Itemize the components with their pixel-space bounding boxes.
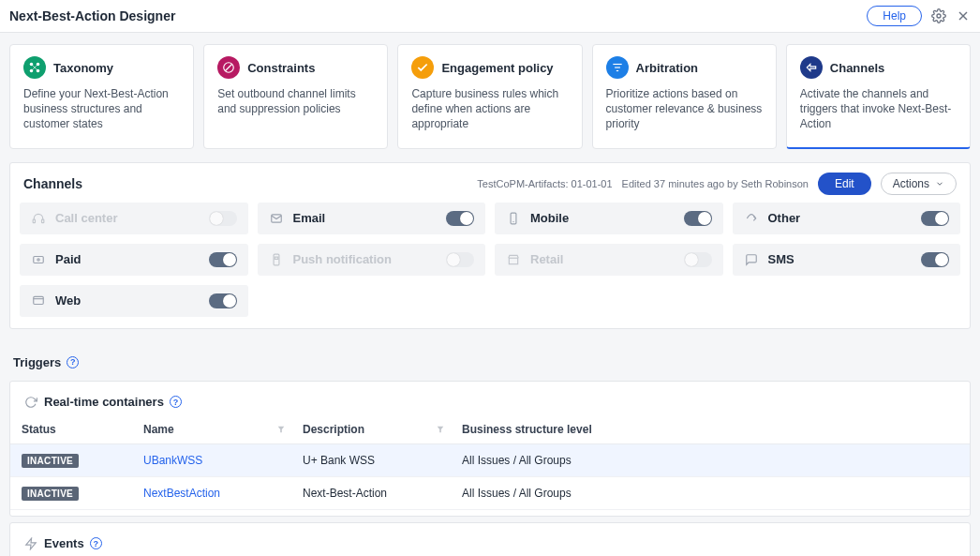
channel-label: Push notification — [293, 252, 392, 266]
help-button[interactable]: Help — [867, 6, 922, 26]
channel-toggle[interactable] — [684, 252, 712, 267]
help-icon[interactable]: ? — [170, 396, 182, 408]
channel-paid: Paid — [20, 244, 248, 276]
paid-icon — [31, 252, 46, 267]
row-desc: Next-Best-Action — [291, 476, 451, 509]
svg-rect-22 — [509, 258, 517, 263]
channel-toggle[interactable] — [446, 211, 474, 226]
svg-marker-27 — [26, 538, 37, 549]
events-panel: Events ? Status Name Description Busines… — [9, 522, 971, 556]
svg-marker-25 — [278, 426, 285, 432]
tab-engagement[interactable]: Engagement policyCapture business rules … — [397, 44, 582, 149]
events-heading: Events ? — [10, 523, 970, 556]
col-name[interactable]: Name — [132, 415, 291, 444]
push-icon — [269, 252, 284, 267]
channels-meta: TestCoPM-Artifacts: 01-01-01 Edited 37 m… — [477, 173, 957, 195]
table-row[interactable]: INACTIVE UBankWSS U+ Bank WSS All Issues… — [10, 443, 970, 476]
tab-arbitration[interactable]: ArbitrationPrioritize actions based on c… — [592, 44, 777, 149]
real-time-containers-panel: Real-time containers ? Status Name Descr… — [9, 381, 971, 517]
channel-web: Web — [20, 285, 248, 317]
row-level: All Issues / All Groups — [451, 476, 970, 509]
web-icon — [31, 293, 46, 308]
channel-label: Email — [293, 211, 326, 225]
channel-toggle[interactable] — [921, 211, 949, 226]
channel-label: SMS — [768, 252, 794, 266]
channel-label: Retail — [530, 252, 563, 266]
bolt-icon — [23, 536, 38, 551]
svg-rect-23 — [34, 296, 44, 304]
help-icon[interactable]: ? — [90, 537, 102, 549]
channel-grid: Call centerEmailMobileOtherPaidPush noti… — [10, 203, 970, 328]
containers-table: Status Name Description Business structu… — [10, 415, 970, 510]
mobile-icon — [506, 211, 521, 226]
channel-sms: SMS — [733, 244, 961, 276]
taxonomy-icon — [23, 56, 46, 79]
triggers-heading: Triggers ? — [9, 342, 971, 375]
channel-label: Other — [768, 211, 801, 225]
mail-icon — [269, 211, 284, 226]
tab-title: Constraints — [247, 61, 315, 75]
close-icon[interactable] — [956, 8, 971, 23]
channel-label: Call center — [55, 211, 117, 225]
svg-line-10 — [226, 65, 232, 71]
artifact-label: TestCoPM-Artifacts: 01-01-01 — [477, 178, 612, 189]
svg-rect-14 — [33, 219, 35, 223]
svg-point-0 — [937, 14, 941, 18]
channel-call-center: Call center — [20, 203, 248, 234]
headset-icon — [31, 211, 46, 226]
tab-description: Capture business rules which define when… — [411, 86, 568, 132]
filter-icon[interactable] — [276, 424, 286, 437]
row-level: All Issues / All Groups — [451, 443, 970, 476]
help-icon[interactable]: ? — [67, 356, 79, 368]
edit-button[interactable]: Edit — [818, 173, 871, 195]
arbitration-icon — [606, 56, 629, 79]
channel-toggle[interactable] — [446, 252, 474, 267]
row-name-link[interactable]: UBankWSS — [143, 454, 202, 467]
channel-toggle[interactable] — [921, 252, 949, 267]
channel-label: Mobile — [530, 211, 569, 225]
refresh-icon — [23, 395, 38, 410]
engagement-icon — [411, 56, 434, 79]
col-description[interactable]: Description — [291, 415, 451, 444]
gear-icon[interactable] — [931, 8, 946, 23]
top-bar: Next-Best-Action Designer Help — [0, 0, 980, 33]
svg-rect-19 — [34, 256, 44, 263]
tab-description: Activate the channels and triggers that … — [800, 86, 957, 132]
tab-description: Define your Next-Best-Action business st… — [23, 86, 180, 132]
channel-mobile: Mobile — [495, 203, 723, 234]
channels-section: Channels TestCoPM-Artifacts: 01-01-01 Ed… — [9, 162, 971, 329]
tab-description: Set outbound channel limits and suppress… — [217, 86, 374, 116]
actions-button[interactable]: Actions — [881, 173, 957, 195]
channel-label: Web — [55, 293, 81, 308]
tab-taxonomy[interactable]: TaxonomyDefine your Next-Best-Action bus… — [9, 44, 194, 149]
channel-push-notification: Push notification — [258, 244, 486, 276]
channel-toggle[interactable] — [209, 252, 237, 267]
chevron-down-icon — [935, 179, 944, 188]
filter-icon[interactable] — [436, 424, 445, 437]
channel-toggle[interactable] — [209, 293, 237, 308]
tab-title: Channels — [830, 61, 885, 75]
tab-cards-row: TaxonomyDefine your Next-Best-Action bus… — [0, 44, 980, 149]
constraints-icon — [217, 56, 240, 79]
channel-label: Paid — [55, 252, 81, 266]
tab-channels[interactable]: ChannelsActivate the channels and trigge… — [786, 44, 971, 149]
page-title: Next-Best-Action Designer — [9, 8, 175, 23]
tab-constraints[interactable]: ConstraintsSet outbound channel limits a… — [203, 44, 388, 149]
table-row[interactable]: INACTIVE NextBestAction Next-Best-Action… — [10, 476, 970, 509]
channel-retail: Retail — [495, 244, 723, 276]
containers-heading: Real-time containers ? — [10, 382, 970, 415]
col-status: Status — [10, 415, 132, 444]
tab-title: Engagement policy — [441, 61, 553, 75]
svg-marker-26 — [438, 426, 444, 432]
channel-toggle[interactable] — [209, 211, 237, 226]
svg-point-20 — [37, 258, 39, 260]
col-level: Business structure level — [451, 415, 970, 444]
edited-label: Edited 37 minutes ago by Seth Robinson — [622, 178, 809, 189]
topbar-actions: Help — [867, 6, 971, 26]
status-badge: INACTIVE — [22, 487, 79, 501]
channel-toggle[interactable] — [684, 211, 712, 226]
row-name-link[interactable]: NextBestAction — [143, 487, 220, 500]
share-icon — [744, 211, 759, 226]
tab-title: Arbitration — [636, 61, 698, 75]
tab-description: Prioritize actions based on customer rel… — [606, 86, 763, 132]
